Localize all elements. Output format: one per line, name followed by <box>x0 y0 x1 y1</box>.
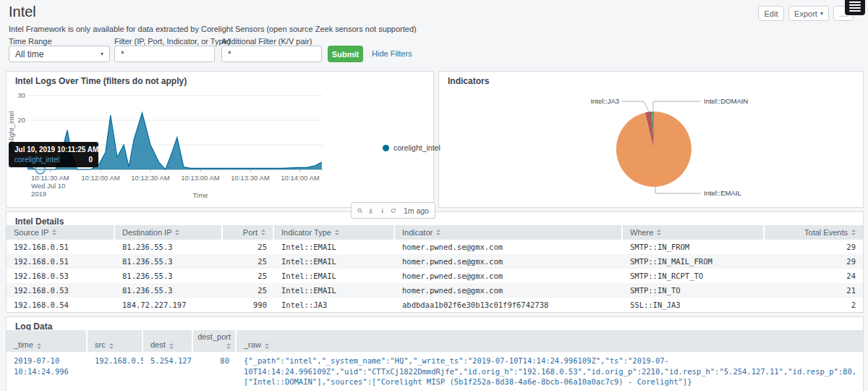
tooltip-series-name: corelight_intel: <box>14 156 61 164</box>
sort-arrows-icon <box>37 343 41 349</box>
log-src-cell[interactable]: 192.168.0.53 <box>88 352 143 391</box>
table-row[interactable]: 192.168.0.54184.72.227.197990Intel::JA3a… <box>7 298 863 312</box>
column-header-destination-ip[interactable]: Destination IP <box>115 225 223 240</box>
download-icon[interactable] <box>368 206 373 215</box>
legend-dot <box>383 145 389 151</box>
table-cell: SSL::IN_JA3 <box>623 298 765 312</box>
pie-slice-label: Intel::EMAIL <box>704 189 741 197</box>
table-row[interactable]: 192.168.0.5381.236.55.325Intel::EMAILhom… <box>7 269 863 283</box>
table-row[interactable]: 192.168.0.5381.236.55.325Intel::EMAILhom… <box>7 283 863 298</box>
svg-text:Time: Time <box>193 191 208 199</box>
column-header-dest[interactable]: dest <box>143 330 193 352</box>
table-cell: 2 <box>765 298 863 312</box>
column-header-indicator-type[interactable]: Indicator Type <box>274 225 395 240</box>
column-header--time[interactable]: _time <box>7 330 88 352</box>
table-cell: homer.pwned.se@gmx.com <box>395 269 623 283</box>
table-cell: homer.pwned.se@gmx.com <box>395 283 623 298</box>
svg-text:20: 20 <box>17 116 25 124</box>
log-dest-port-cell[interactable]: 80 <box>193 352 237 391</box>
hamburger-menu-button[interactable] <box>845 0 865 15</box>
table-row[interactable]: 192.168.0.5181.236.55.325Intel::EMAILhom… <box>7 254 863 269</box>
table-cell: Intel::EMAIL <box>274 254 395 269</box>
column-header-src[interactable]: src <box>88 330 143 352</box>
table-cell: 192.168.0.51 <box>7 254 115 269</box>
edit-button[interactable]: Edit <box>758 6 784 21</box>
time-range-select[interactable]: All time ▾ <box>9 46 110 62</box>
tooltip-timestamp: Jul 10, 2019 10:11:25 AM <box>14 146 93 154</box>
submit-button[interactable]: Submit <box>328 46 363 62</box>
info-icon[interactable] <box>380 206 385 215</box>
column-header-indicator[interactable]: Indicator <box>395 225 623 240</box>
intel-details-panel: Intel Details Source IPDestination IPPor… <box>6 211 864 313</box>
table-cell: 192.168.0.54 <box>7 298 115 312</box>
column-header-source-ip[interactable]: Source IP <box>7 225 115 240</box>
sort-arrows-icon <box>261 230 265 235</box>
log-raw-cell[interactable]: {"_path":"intel","_system_name":"HQ","_w… <box>237 352 863 391</box>
sort-arrows-icon <box>851 230 856 235</box>
export-button-label: Export <box>794 9 817 18</box>
time-range-value: All time <box>15 49 43 59</box>
table-cell: 25 <box>223 254 274 269</box>
intel-logs-panel: Intel Logs Over Time (filters do not app… <box>6 71 434 208</box>
table-cell: homer.pwned.se@gmx.com <box>395 254 623 269</box>
sort-arrows-icon <box>169 343 174 349</box>
table-cell: Intel::EMAIL <box>274 269 395 283</box>
sort-arrows-icon <box>175 230 179 235</box>
intel-logs-area-chart[interactable]: 203010:11:30 AMWed Jul 10201910:12:00 AM… <box>7 72 433 207</box>
column-header-label: dest <box>150 340 166 349</box>
sort-arrows-icon <box>335 230 339 235</box>
pie-slice-label: Intel::JA3 <box>590 97 619 105</box>
table-row[interactable]: 2019-07-1010:14:24.996192.168.0.535.254.… <box>7 352 863 391</box>
svg-text:10:11:30 AM: 10:11:30 AM <box>31 174 69 182</box>
table-cell: SMTP::IN_MAIL_FROM <box>623 254 765 269</box>
column-header-total-events[interactable]: Total Events <box>765 225 863 240</box>
refresh-icon[interactable] <box>391 206 396 215</box>
table-row[interactable]: 192.168.0.5181.236.55.325Intel::EMAILhom… <box>7 240 863 254</box>
page-subtitle: Intel Framework is only available for da… <box>9 25 417 33</box>
svg-text:10:14:00 AM: 10:14:00 AM <box>281 174 319 182</box>
table-cell: SMTP::IN_FROM <box>623 240 765 254</box>
sort-arrows-icon <box>436 230 441 235</box>
additional-filter-input[interactable] <box>221 46 322 62</box>
log-data-panel: Log Data _timesrcdestdest_port_raw2019-0… <box>6 316 864 391</box>
sort-arrows-icon <box>657 230 661 235</box>
column-header-dest-port[interactable]: dest_port <box>193 330 237 352</box>
pie-slice-label: Intel::DOMAIN <box>704 97 748 105</box>
table-cell: 192.168.0.51 <box>7 240 115 254</box>
log-dest-cell[interactable]: 5.254.127.11 <box>143 352 193 391</box>
table-cell: 192.168.0.53 <box>7 283 115 298</box>
table-cell: 24 <box>765 269 863 283</box>
magnifier-icon[interactable] <box>357 206 362 215</box>
sort-arrows-icon <box>109 343 114 349</box>
log-time-cell[interactable]: 2019-07-1010:14:24.996 <box>7 352 88 391</box>
filter-input[interactable] <box>114 46 215 62</box>
svg-text:10:13:00 AM: 10:13:00 AM <box>181 174 219 182</box>
table-cell: 81.236.55.3 <box>115 269 223 283</box>
table-cell: 29 <box>765 240 863 254</box>
table-cell: 25 <box>223 283 274 298</box>
column-header-label: Indicator Type <box>281 228 331 237</box>
svg-text:10:12:30 AM: 10:12:30 AM <box>131 174 169 182</box>
log-data-table: _timesrcdestdest_port_raw2019-07-1010:14… <box>7 330 863 391</box>
table-cell: 81.236.55.3 <box>115 283 223 298</box>
column-header-port[interactable]: Port <box>223 225 274 240</box>
column-header-label: _time <box>14 340 33 349</box>
chevron-down-icon: ▾ <box>820 10 823 17</box>
column-header--raw[interactable]: _raw <box>237 330 863 352</box>
svg-text:10:13:30 AM: 10:13:30 AM <box>231 174 269 182</box>
indicators-pie-chart[interactable]: Intel::EMAILIntel::JA3Intel::DOMAIN <box>439 72 863 207</box>
svg-text:30: 30 <box>17 91 25 99</box>
table-header-row: _timesrcdestdest_port_raw <box>7 330 863 352</box>
table-cell: 25 <box>223 269 274 283</box>
svg-text:10:12:00 AM: 10:12:00 AM <box>81 174 119 182</box>
page-title: Intel <box>9 4 36 20</box>
table-header-row: Source IPDestination IPPortIndicator Typ… <box>7 225 863 240</box>
hide-filters-link[interactable]: Hide Filters <box>372 49 412 58</box>
filter-label: Filter (IP, Port, Indicator, or Type) <box>114 37 230 46</box>
export-button[interactable]: Export ▾ <box>788 6 829 21</box>
column-header-label: Where <box>630 228 653 237</box>
chart-legend[interactable]: corelight_intel <box>383 143 441 152</box>
column-header-label: src <box>95 340 106 349</box>
column-header-label: dest_port <box>197 333 231 341</box>
column-header-where[interactable]: Where <box>623 225 765 240</box>
